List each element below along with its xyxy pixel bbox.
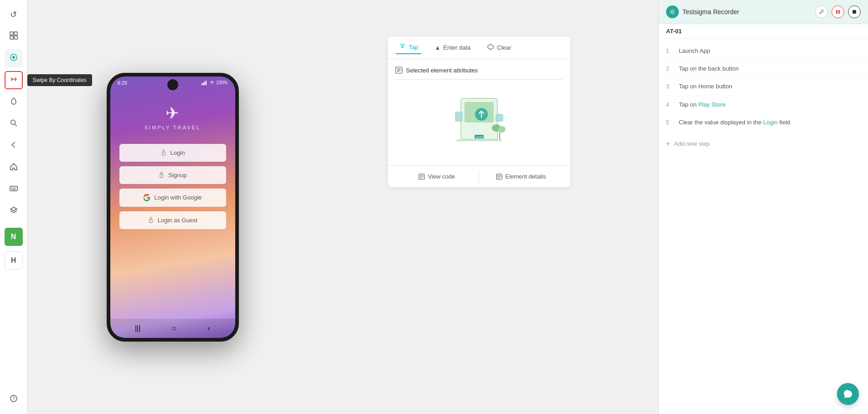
add-step-plus-icon: +: [666, 140, 670, 148]
add-step-label: Add new step: [674, 140, 710, 147]
enter-data-icon: ▲: [434, 44, 440, 51]
sidebar-item-back[interactable]: [5, 137, 23, 155]
sidebar-item-keyboard[interactable]: [5, 180, 23, 199]
recorder-title-area: Testsigma Recorder: [666, 5, 739, 18]
pin-btn[interactable]: [815, 5, 828, 18]
sidebar-item-layout[interactable]: [5, 27, 23, 46]
step-text-3-content: Tap on Home button: [679, 83, 732, 90]
chat-bubble-btn[interactable]: [837, 383, 859, 405]
h-label: H: [5, 251, 23, 270]
recorder-title: Testsigma Recorder: [682, 8, 739, 15]
nav-menu-icon: |||: [135, 324, 140, 332]
phone-guest-label: Login as Guest: [158, 217, 197, 224]
refresh-icon: ↺: [10, 10, 17, 20]
element-details-label: Element details: [505, 173, 546, 180]
phone-notch: [167, 79, 178, 90]
step-text-2-content: Tap on the back button: [679, 65, 739, 72]
svg-point-37: [498, 126, 506, 133]
add-step-btn[interactable]: + Add new step: [659, 135, 868, 153]
phone-nav-bar: ||| ○ ‹: [110, 319, 235, 338]
step-text-1: Launch App: [679, 47, 861, 55]
keyboard-icon: [10, 184, 18, 195]
svg-point-5: [12, 56, 15, 59]
step-number-4: 4: [666, 102, 673, 108]
step-text-1-content: Launch App: [679, 47, 710, 54]
svg-rect-54: [852, 10, 856, 14]
step-number-1: 1: [666, 48, 673, 54]
content-area: 8:29 100% ✈ SIMPLY TRAVEL Login: [27, 0, 868, 414]
svg-marker-14: [10, 207, 17, 211]
sidebar-item-n[interactable]: N: [5, 228, 23, 246]
nav-home-icon: ○: [172, 324, 176, 332]
step-text-5: Clear the value displayed in the Login f…: [679, 118, 861, 127]
step-text-5-highlight: Login: [763, 119, 778, 126]
svg-rect-3: [14, 36, 17, 39]
element-attributes: Selected element attributes: [388, 59, 570, 165]
nav-back-icon: ‹: [208, 324, 210, 332]
stop-btn[interactable]: [848, 5, 861, 18]
sidebar-item-help[interactable]: ?: [5, 390, 23, 409]
swipe-icon: [10, 75, 18, 86]
svg-rect-38: [455, 112, 462, 121]
sidebar-item-refresh[interactable]: ↺: [5, 5, 23, 24]
recorder-gear-icon: [666, 5, 679, 18]
step-item-1: 1 Launch App: [659, 42, 868, 60]
phone-login-label: Login: [170, 149, 185, 156]
step-number-5: 5: [666, 119, 673, 126]
step-text-4-highlight: Play Store: [698, 101, 726, 108]
signal-icon: [10, 53, 18, 64]
app-name: SIMPLY TRAVEL: [145, 125, 201, 130]
sidebar-item-search[interactable]: [5, 115, 23, 133]
svg-point-50: [672, 11, 674, 13]
clear-label: Clear: [497, 44, 511, 51]
sidebar-item-h[interactable]: H: [5, 251, 23, 270]
phone-login-btn[interactable]: Login: [119, 144, 226, 162]
svg-point-21: [212, 83, 212, 84]
phone-google-btn[interactable]: Login with Google: [119, 189, 226, 207]
svg-point-25: [402, 46, 403, 48]
sidebar: ↺ Swipe By Coordinates: [0, 0, 27, 414]
layers-icon: [10, 206, 18, 217]
n-label: N: [5, 228, 23, 246]
phone-google-label: Login with Google: [154, 194, 202, 201]
enter-data-label: Enter data: [443, 44, 470, 51]
clear-btn[interactable]: Clear: [483, 41, 515, 54]
pause-btn[interactable]: [832, 5, 844, 18]
tap-icon: [399, 43, 406, 51]
view-code-btn[interactable]: View code: [395, 170, 479, 183]
sidebar-item-signal[interactable]: [5, 49, 23, 67]
sidebar-item-home[interactable]: [5, 158, 23, 177]
touch-icon: [10, 97, 18, 107]
phone-time: 8:29: [118, 80, 127, 86]
svg-rect-24: [150, 220, 152, 223]
enter-data-btn[interactable]: ▲ Enter data: [431, 42, 474, 53]
svg-rect-0: [10, 32, 13, 35]
svg-rect-2: [10, 36, 13, 39]
recorder-header: Testsigma Recorder: [659, 0, 868, 24]
step-item-5: 5 Clear the value displayed in the Login…: [659, 114, 868, 132]
step-list: 1 Launch App 2 Tap on the back button 3 …: [659, 39, 868, 135]
tap-action-btn[interactable]: Tap: [395, 41, 422, 54]
center-panel-actions: Tap ▲ Enter data Clear: [388, 36, 570, 59]
sidebar-item-swipe[interactable]: Swipe By Coordinates: [5, 71, 23, 89]
recorder-panel: Testsigma Recorder AT-01 1 Launch App: [658, 0, 868, 414]
sidebar-item-layers[interactable]: [5, 202, 23, 220]
step-text-3: Tap on Home button: [679, 82, 861, 91]
back-icon: [10, 141, 18, 151]
phone-signup-btn[interactable]: Signup: [119, 166, 226, 184]
phone-logo-area: ✈ SIMPLY TRAVEL: [145, 104, 201, 130]
step-item-3: 3 Tap on Home button: [659, 78, 868, 96]
recorder-controls: [815, 5, 861, 18]
phone-guest-btn[interactable]: Login as Guest: [119, 211, 226, 229]
svg-rect-52: [836, 10, 837, 14]
help-icon: ?: [10, 394, 18, 405]
element-details-btn[interactable]: Element details: [479, 170, 563, 183]
home-icon: [10, 163, 18, 173]
step-text-4-prefix: Tap on: [679, 101, 697, 108]
svg-rect-22: [162, 152, 165, 155]
tap-label: Tap: [409, 44, 418, 51]
svg-rect-23: [160, 174, 163, 178]
sidebar-item-touch[interactable]: [5, 93, 23, 111]
phone-signup-label: Signup: [168, 172, 186, 179]
svg-rect-39: [496, 114, 503, 121]
